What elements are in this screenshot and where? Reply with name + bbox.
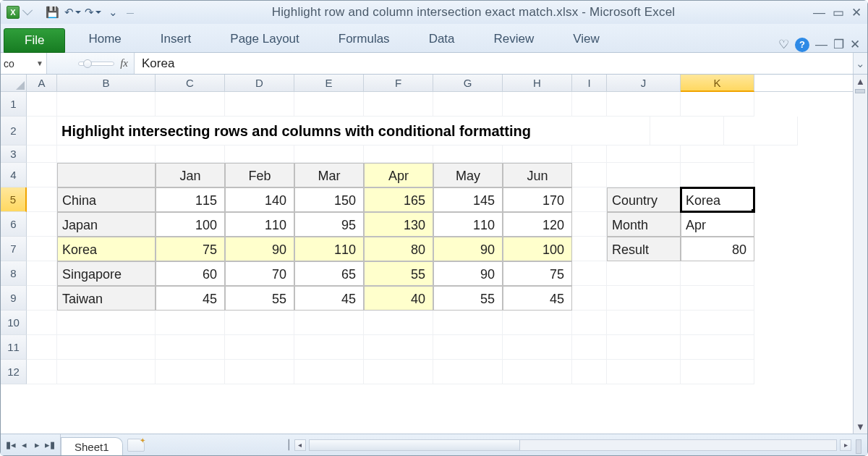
cell[interactable]	[572, 360, 607, 384]
table-col-header[interactable]: Jun	[503, 163, 572, 187]
col-header-I[interactable]: I	[572, 75, 607, 91]
cell[interactable]	[607, 311, 681, 335]
cell[interactable]	[57, 335, 156, 360]
cell[interactable]	[156, 311, 225, 335]
lookup-label-result[interactable]: Result	[607, 237, 681, 261]
scroll-up-icon[interactable]: ▲	[856, 76, 865, 87]
cell[interactable]	[681, 92, 754, 117]
tab-data[interactable]: Data	[413, 26, 471, 52]
table-cell[interactable]: 65	[294, 261, 364, 286]
lookup-value-month[interactable]: Apr	[681, 212, 754, 237]
cell[interactable]	[27, 117, 57, 145]
table-cell[interactable]: 90	[225, 237, 294, 261]
cell[interactable]	[225, 145, 294, 163]
scroll-down-icon[interactable]: ▼	[856, 421, 865, 432]
cell[interactable]	[156, 92, 225, 117]
table-cell[interactable]: 80	[364, 237, 433, 261]
cell[interactable]	[27, 187, 57, 212]
cell[interactable]	[27, 335, 57, 360]
table-cell[interactable]: 55	[433, 286, 503, 311]
cell[interactable]	[57, 360, 156, 384]
cell[interactable]	[503, 360, 572, 384]
cell[interactable]	[225, 335, 294, 360]
row-header-2[interactable]: 2	[1, 117, 27, 145]
table-col-header[interactable]: Feb	[225, 163, 294, 187]
cell[interactable]	[607, 360, 681, 384]
cell[interactable]	[681, 360, 754, 384]
save-icon[interactable]: 💾	[46, 6, 59, 19]
table-row-header[interactable]: Taiwan	[57, 286, 156, 311]
cell[interactable]	[27, 311, 57, 335]
table-cell[interactable]: 70	[225, 261, 294, 286]
cell[interactable]	[225, 360, 294, 384]
cell[interactable]	[27, 145, 57, 163]
formula-expand-icon[interactable]: ⌄	[853, 53, 867, 74]
cell[interactable]	[572, 311, 607, 335]
col-header-G[interactable]: G	[433, 75, 503, 91]
cell[interactable]	[294, 145, 364, 163]
row-header-3[interactable]: 3	[1, 145, 27, 163]
cell[interactable]	[681, 311, 754, 335]
tab-home[interactable]: Home	[72, 26, 137, 52]
cell[interactable]	[364, 335, 433, 360]
close-icon[interactable]: ✕	[851, 7, 861, 19]
lookup-label-country[interactable]: Country	[607, 187, 681, 212]
cell[interactable]	[433, 311, 503, 335]
ribbon-minimize-icon[interactable]: ♡	[778, 37, 789, 52]
table-cell[interactable]: 45	[294, 286, 364, 311]
formula-slider[interactable]	[78, 62, 114, 66]
cell[interactable]	[27, 92, 57, 117]
table-cell[interactable]: 90	[433, 261, 503, 286]
cell[interactable]	[57, 311, 156, 335]
tab-formulas[interactable]: Formulas	[323, 26, 406, 52]
cell[interactable]	[27, 212, 57, 237]
cell[interactable]	[225, 311, 294, 335]
table-col-header[interactable]: May	[433, 163, 503, 187]
cell[interactable]	[27, 163, 57, 187]
cell[interactable]	[572, 335, 607, 360]
cell[interactable]	[503, 335, 572, 360]
cell[interactable]	[503, 92, 572, 117]
table-cell[interactable]: 55	[364, 261, 433, 286]
table-row-header[interactable]: Japan	[57, 212, 156, 237]
cell[interactable]	[294, 311, 364, 335]
app-menu-dropdown-icon[interactable]	[22, 5, 33, 15]
cell[interactable]	[681, 335, 754, 360]
col-header-A[interactable]: A	[27, 75, 57, 91]
table-row-header[interactable]: Korea	[57, 237, 156, 261]
table-cell[interactable]: 145	[433, 187, 503, 212]
row-header-10[interactable]: 10	[1, 311, 27, 335]
cell[interactable]	[364, 360, 433, 384]
file-tab[interactable]: File	[4, 28, 65, 53]
cell[interactable]	[364, 92, 433, 117]
table-cell[interactable]: 150	[294, 187, 364, 212]
cell[interactable]	[27, 286, 57, 311]
table-cell[interactable]: 55	[225, 286, 294, 311]
scroll-right-icon[interactable]: ▸	[840, 439, 851, 451]
table-cell[interactable]: 165	[364, 187, 433, 212]
cell[interactable]	[27, 237, 57, 261]
table-col-header[interactable]: Jan	[156, 163, 225, 187]
table-cell[interactable]: 170	[503, 187, 572, 212]
cell[interactable]	[650, 117, 724, 145]
name-box-dropdown-icon[interactable]: ▼	[36, 59, 43, 67]
cell[interactable]	[294, 360, 364, 384]
tab-review[interactable]: Review	[478, 26, 550, 52]
cell[interactable]	[294, 92, 364, 117]
cell[interactable]	[572, 261, 607, 286]
sheet-nav-first-icon[interactable]: ▮◂	[5, 439, 17, 450]
lookup-value-country[interactable]: Korea	[681, 187, 754, 212]
sheet-title[interactable]: Highlight intersecting rows and columns …	[57, 117, 650, 145]
col-header-B[interactable]: B	[57, 75, 156, 91]
table-cell[interactable]: 130	[364, 212, 433, 237]
table-row-header[interactable]: China	[57, 187, 156, 212]
maximize-icon[interactable]: ▭	[833, 7, 844, 19]
cell[interactable]	[27, 261, 57, 286]
redo-icon[interactable]: ↷	[86, 6, 99, 19]
scroll-left-icon[interactable]: ◂	[294, 439, 306, 451]
table-cell[interactable]: 75	[156, 237, 225, 261]
cell[interactable]	[433, 335, 503, 360]
row-header-6[interactable]: 6	[1, 212, 27, 237]
table-cell[interactable]: 110	[225, 212, 294, 237]
cell[interactable]	[572, 286, 607, 311]
